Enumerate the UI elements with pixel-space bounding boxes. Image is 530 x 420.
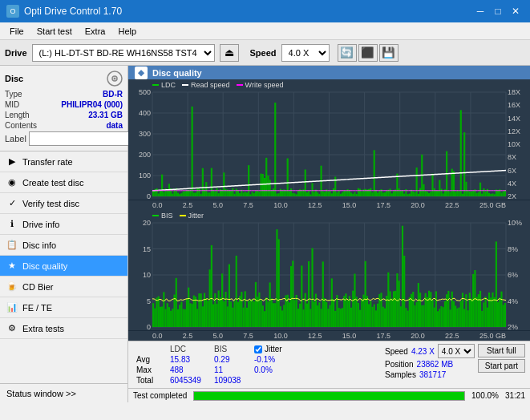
create-test-disc-label: Create test disc: [22, 178, 83, 188]
verify-test-disc-icon: ✓: [6, 198, 18, 209]
bottom-status-bar: Test completed 100.0% 31:21: [128, 388, 530, 402]
extra-tests-label: Extra tests: [22, 324, 64, 333]
position-label: Position: [385, 360, 414, 369]
maximize-button[interactable]: □: [490, 4, 506, 18]
disc-type-key: Type: [5, 90, 22, 99]
menu-bar: File Start test Extra Help: [0, 22, 530, 40]
ldc-axis-75: 7.5: [243, 201, 253, 209]
disc-type-val: BD-R: [103, 90, 123, 99]
extra-tests-icon: ⚙: [6, 323, 18, 334]
verify-test-disc-label: Verify test disc: [22, 199, 79, 208]
drive-icons: 🔄 ⬛ 💾: [338, 44, 399, 62]
bis-axis-50: 5.0: [213, 332, 224, 340]
label-input[interactable]: [29, 131, 136, 146]
ldc-legend-read: Read speed: [182, 81, 230, 89]
status-window-button[interactable]: Status window >>: [0, 383, 127, 402]
sidebar-item-disc-quality[interactable]: ★ Disc quality: [0, 256, 127, 277]
jitter-checkbox-row: Jitter: [251, 344, 323, 354]
drive-icon-btn-3[interactable]: 💾: [379, 44, 399, 62]
disc-quality-label: Disc quality: [22, 261, 67, 271]
bis-axis-150: 15.0: [342, 332, 357, 340]
stats-empty-header: [133, 344, 167, 354]
stats-ldc-header: LDC: [167, 344, 211, 354]
bis-axis-0: 0.0: [152, 332, 163, 340]
disc-length-key: Length: [5, 111, 30, 119]
disc-type-row: Type BD-R: [5, 90, 123, 99]
close-button[interactable]: ✕: [508, 4, 524, 18]
speed-label: Speed: [250, 48, 277, 58]
progress-bar: [194, 392, 464, 400]
samples-value: 381717: [419, 370, 446, 379]
speed-select-stats[interactable]: 4.0 X: [438, 344, 475, 358]
sidebar-item-fe-te[interactable]: 📊 FE / TE: [0, 297, 127, 318]
bis-axis-225: 22.5: [445, 332, 459, 340]
menu-file[interactable]: File: [3, 25, 30, 38]
disc-quality-header-icon: ◆: [135, 67, 148, 79]
ldc-axis-175: 17.5: [377, 201, 391, 209]
write-legend-label: Write speed: [245, 81, 284, 89]
samples-row: Samples 381717: [385, 370, 475, 379]
disc-label-key: Label: [5, 134, 26, 143]
action-buttons: Start full Start part: [478, 344, 525, 373]
app-title: Opti Drive Control 1.70: [24, 6, 122, 17]
read-color-dot: [182, 84, 188, 86]
avg-bis: 0.29: [211, 354, 251, 365]
bis-axis-175: 17.5: [377, 332, 391, 340]
avg-jitter: -0.1%: [251, 354, 323, 365]
ldc-canvas: [128, 79, 530, 200]
bis-canvas: [128, 210, 530, 330]
minimize-button[interactable]: ─: [472, 4, 488, 18]
disc-contents-key: Contents: [5, 121, 37, 130]
sidebar-item-disc-info[interactable]: 📋 Disc info: [0, 235, 127, 256]
bis-axis-250: 25.0 GB: [479, 332, 506, 340]
ldc-legend-write: Write speed: [237, 81, 284, 89]
status-time: 31:21: [505, 391, 525, 400]
position-value: 23862 MB: [417, 360, 454, 369]
jitter-checkbox[interactable]: [254, 345, 262, 353]
stats-bis-header: BIS: [211, 344, 251, 354]
drive-info-label: Drive info: [22, 220, 59, 229]
samples-label: Samples: [385, 370, 416, 379]
sidebar-item-cd-bier[interactable]: 🍺 CD Bier: [0, 277, 127, 297]
progress-bar-container: [193, 391, 465, 401]
charts-area: LDC Read speed Write speed 0.0 2.5: [128, 79, 530, 341]
transfer-rate-label: Transfer rate: [22, 157, 73, 167]
speed-select[interactable]: 4.0 X: [281, 44, 330, 62]
menu-help[interactable]: Help: [111, 25, 143, 38]
total-jitter: [251, 375, 323, 386]
label-row: Label ✎: [5, 131, 123, 146]
drive-label: Drive: [5, 48, 27, 58]
menu-start-test[interactable]: Start test: [30, 25, 79, 38]
sidebar-item-drive-info[interactable]: ℹ Drive info: [0, 214, 127, 235]
menu-extra[interactable]: Extra: [79, 25, 112, 38]
bis-axis-125: 12.5: [308, 332, 322, 340]
jitter-checkbox-label: Jitter: [265, 345, 282, 353]
status-window-label: Status window >>: [6, 389, 76, 398]
start-full-button[interactable]: Start full: [478, 344, 525, 357]
start-part-button[interactable]: Start part: [478, 359, 525, 373]
write-color-dot: [237, 84, 243, 86]
ldc-legend: LDC Read speed Write speed: [152, 81, 283, 89]
speed-stat-value: 4.23 X: [411, 347, 435, 356]
drive-icon-btn-2[interactable]: ⬛: [358, 44, 378, 62]
read-legend-label: Read speed: [191, 81, 230, 89]
sidebar-item-extra-tests[interactable]: ⚙ Extra tests: [0, 318, 127, 339]
disc-icon: [107, 71, 123, 87]
ldc-axis-50: 5.0: [213, 201, 224, 209]
eject-button[interactable]: ⏏: [220, 44, 239, 62]
sidebar-item-verify-test-disc[interactable]: ✓ Verify test disc: [0, 193, 127, 214]
jitter-legend-label: Jitter: [188, 212, 204, 220]
drive-icon-btn-1[interactable]: 🔄: [338, 44, 357, 62]
ldc-color-dot: [152, 84, 159, 86]
ldc-chart-container: LDC Read speed Write speed: [128, 79, 530, 200]
ldc-legend-ldc: LDC: [152, 81, 176, 89]
ldc-axis-225: 22.5: [445, 201, 459, 209]
sidebar-item-create-test-disc[interactable]: ◉ Create test disc: [0, 172, 127, 193]
content-area: ◆ Disc quality LDC Read speed: [128, 66, 530, 402]
drive-select[interactable]: (L:) HL-DT-ST BD-RE WH16NS58 TST4: [32, 44, 215, 62]
total-label: Total: [133, 375, 167, 386]
stats-area: LDC BIS Jitter Avg 15.83 0.29 -0.1% Max …: [128, 341, 530, 388]
bis-chart-container: BIS Jitter: [128, 210, 530, 331]
avg-label: Avg: [133, 354, 167, 365]
sidebar-item-transfer-rate[interactable]: ▶ Transfer rate: [0, 151, 127, 172]
